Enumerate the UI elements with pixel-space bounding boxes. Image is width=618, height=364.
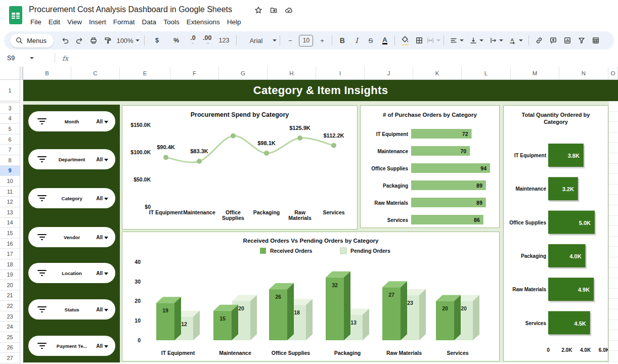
column-header-m[interactable]: M (511, 67, 559, 80)
row-header-1[interactable]: 1 (0, 80, 20, 101)
menu-extensions[interactable]: Extensions (183, 17, 224, 27)
increase-font-size-button[interactable]: + (315, 34, 329, 48)
chart-received-vs-pending[interactable]: Received Orders Vs Pending Orders by Cat… (122, 232, 500, 361)
fill-color-button[interactable] (398, 34, 412, 48)
cloud-saved-icon[interactable] (285, 6, 293, 14)
format-percent-button[interactable]: % (167, 34, 186, 48)
chart-procurement-spend[interactable]: Procurement Spend by Category$0$50.0K$10… (122, 105, 358, 230)
column-header-l[interactable]: L (462, 67, 511, 80)
menu-format[interactable]: Format (110, 17, 139, 27)
italic-button[interactable]: I (349, 34, 363, 48)
zoom-selector[interactable]: 100% (115, 34, 141, 48)
row-header-24[interactable]: 24 (0, 322, 20, 332)
row-header-22[interactable]: 22 (0, 301, 20, 311)
row-header-26[interactable]: 26 (0, 343, 20, 353)
print-button[interactable] (86, 34, 100, 48)
row-header-12[interactable]: 12 (0, 197, 20, 207)
row-header-25[interactable]: 25 (0, 332, 20, 343)
chart-purchase-orders[interactable]: # of Purchase Orders by CategoryIT Equip… (360, 105, 500, 228)
filter-value-dropdown[interactable]: All (96, 307, 108, 312)
row-header-4[interactable]: 4 (0, 114, 20, 124)
row-header-18[interactable]: 18 (0, 259, 20, 270)
row-header-21[interactable]: 21 (0, 291, 20, 301)
increase-decimal-button[interactable]: .00→ (200, 34, 214, 48)
column-header-j[interactable]: J (365, 67, 413, 80)
filter-value-dropdown[interactable]: All (96, 235, 108, 240)
google-sheets-logo-icon[interactable] (9, 6, 23, 25)
insert-comment-button[interactable] (546, 34, 560, 48)
row-header-20[interactable]: 20 (0, 280, 20, 291)
filter-value-dropdown[interactable]: All (96, 119, 108, 124)
column-header-c[interactable]: C (71, 67, 120, 80)
text-rotation-button[interactable]: A (506, 34, 525, 48)
row-header-11[interactable]: 11 (0, 187, 20, 197)
menu-help[interactable]: Help (224, 17, 245, 27)
row-header-9[interactable]: 9 (0, 166, 20, 176)
menu-data[interactable]: Data (139, 17, 160, 27)
move-to-folder-icon[interactable] (270, 6, 278, 14)
name-box[interactable]: S9 (0, 55, 52, 62)
star-icon[interactable] (254, 6, 262, 14)
row-header-3[interactable]: 3 (0, 103, 20, 114)
select-all-corner[interactable] (0, 67, 20, 80)
column-header-e[interactable]: E (120, 67, 170, 80)
column-header-h[interactable]: H (268, 67, 316, 80)
filter-pill-vendor[interactable]: Vendor All (28, 227, 115, 247)
more-formats-button[interactable]: 123 (214, 34, 233, 48)
row-header-23[interactable]: 23 (0, 311, 20, 322)
row-header-5[interactable]: 5 (0, 124, 20, 134)
row-header-16[interactable]: 16 (0, 239, 20, 249)
borders-button[interactable] (412, 34, 426, 48)
font-size-input[interactable]: 10 (299, 35, 313, 47)
text-color-button[interactable]: A (378, 34, 391, 48)
row-header-15[interactable]: 15 (0, 228, 20, 239)
decrease-decimal-button[interactable]: .0← (186, 34, 200, 48)
row-header-14[interactable]: 14 (0, 218, 20, 229)
chevron-down-icon[interactable] (273, 39, 277, 41)
menus-search-button[interactable]: Menus (10, 34, 54, 48)
row-header-13[interactable]: 13 (0, 207, 20, 218)
strikethrough-button[interactable]: S (364, 34, 377, 48)
insert-link-button[interactable] (532, 34, 546, 48)
row-header-8[interactable]: 8 (0, 155, 20, 166)
filter-value-dropdown[interactable]: All (96, 343, 108, 349)
filter-pill-department[interactable]: Department All (28, 149, 115, 169)
menu-tools[interactable]: Tools (160, 17, 183, 27)
column-header-i[interactable]: I (316, 67, 365, 80)
filter-pill-category[interactable]: Category All (28, 188, 115, 208)
horizontal-align-button[interactable] (447, 34, 466, 48)
create-filter-button[interactable] (575, 34, 588, 48)
undo-button[interactable] (58, 34, 72, 48)
column-header-n[interactable]: N (559, 67, 608, 80)
column-header-f[interactable]: F (170, 67, 219, 80)
menu-insert[interactable]: Insert (85, 17, 110, 27)
row-header-27[interactable]: 27 (0, 353, 20, 363)
row-header-7[interactable]: 7 (0, 145, 20, 155)
filter-pill-payment-te[interactable]: Payment Te... All (28, 336, 115, 356)
vertical-align-button[interactable] (467, 34, 486, 48)
column-header-g[interactable]: G (219, 67, 268, 80)
paint-format-button[interactable] (101, 34, 114, 48)
text-wrap-button[interactable] (487, 34, 506, 48)
row-header-19[interactable]: 19 (0, 270, 20, 281)
column-header-k[interactable]: K (413, 67, 462, 80)
column-header-o[interactable]: O (608, 67, 618, 80)
row-header-10[interactable]: 10 (0, 176, 20, 187)
insert-chart-button[interactable] (560, 34, 574, 48)
filter-pill-status[interactable]: Status All (28, 299, 115, 320)
menu-file[interactable]: File (27, 17, 45, 27)
column-header-b[interactable]: B (23, 67, 71, 80)
filter-value-dropdown[interactable]: All (96, 270, 108, 276)
bold-button[interactable]: B (335, 34, 349, 48)
row-header-6[interactable]: 6 (0, 134, 20, 145)
filter-pill-month[interactable]: Month All (28, 111, 115, 131)
table-button[interactable] (589, 34, 602, 48)
document-title[interactable]: Procurement Cost Analysis Dashboard in G… (29, 5, 232, 14)
menu-view[interactable]: View (64, 17, 85, 27)
filter-value-dropdown[interactable]: All (96, 196, 108, 201)
font-family-selector[interactable]: Arial (240, 34, 270, 48)
menu-edit[interactable]: Edit (45, 17, 64, 27)
filter-value-dropdown[interactable]: All (96, 157, 108, 162)
chart-total-quantity[interactable]: Total Quantity Ordered byCategoryIT Equi… (503, 105, 608, 361)
filter-pill-location[interactable]: Location All (28, 263, 115, 283)
